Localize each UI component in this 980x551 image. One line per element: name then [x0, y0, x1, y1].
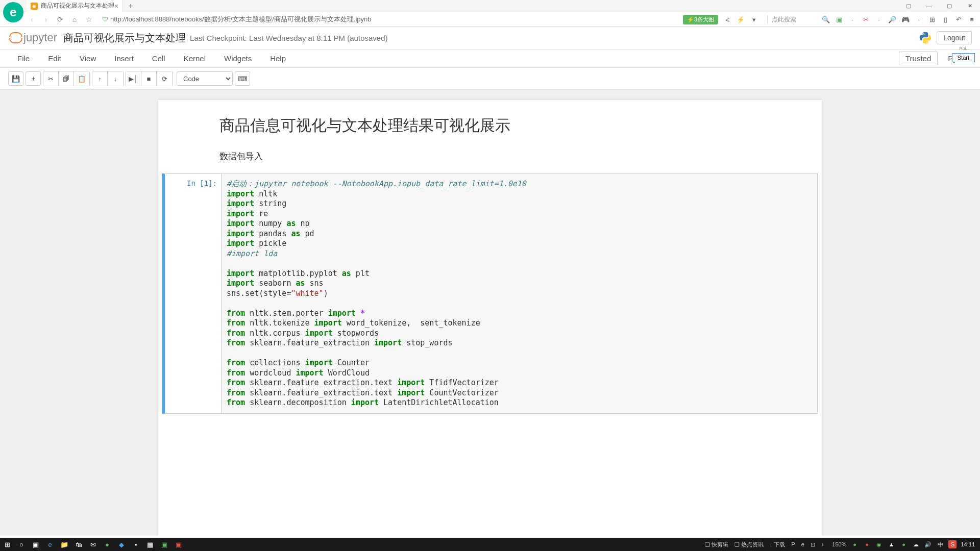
- tab-bar: ◉ 商品可视化展示与文本处理 × + ▢ — ▢ ✕: [0, 0, 980, 12]
- logout-button[interactable]: Logout: [937, 31, 972, 44]
- share-icon[interactable]: ⪪: [723, 15, 731, 23]
- home-button[interactable]: ⌂: [69, 14, 80, 24]
- favorite-button[interactable]: ☆: [84, 14, 94, 24]
- checkpoint-text: Last Checkpoint: Last Wednesday at 8:11 …: [190, 34, 387, 42]
- mobile-icon[interactable]: ▯: [941, 15, 949, 23]
- undo-icon[interactable]: ↶: [954, 15, 963, 23]
- refresh-button[interactable]: ⟳: [55, 14, 65, 24]
- notebook-heading: 商品信息可视化与文本处理结果可视化展示: [219, 115, 761, 136]
- bolt-icon[interactable]: ⚡: [737, 15, 745, 23]
- menu-icon[interactable]: ≡: [968, 15, 976, 23]
- notebook-title[interactable]: 商品可视化展示与文本处理: [63, 31, 186, 45]
- trusted-badge[interactable]: Trusted: [899, 52, 938, 65]
- divider-icon: ·: [848, 15, 856, 23]
- divider-icon: ·: [915, 15, 923, 23]
- browser-logo-icon: e: [3, 2, 23, 22]
- start-overlay-button[interactable]: Start: [952, 53, 975, 62]
- translate-icon[interactable]: ▣: [835, 15, 843, 23]
- url-text: http://localhost:8888/notebooks/数据分析/文本主…: [110, 15, 372, 24]
- divider-icon: ·: [875, 15, 883, 23]
- cut-button[interactable]: ✂: [43, 71, 59, 86]
- menu-view[interactable]: View: [70, 50, 105, 67]
- maximize-button[interactable]: ▢: [939, 0, 960, 12]
- add-cell-button[interactable]: ＋: [26, 71, 41, 86]
- scissors-icon[interactable]: ✂: [862, 15, 870, 23]
- close-window-button[interactable]: ✕: [960, 0, 980, 12]
- paste-button[interactable]: 📋: [74, 71, 89, 86]
- back-button[interactable]: ‹: [27, 14, 37, 24]
- notebook-subtext: 数据包导入: [219, 151, 761, 162]
- browser-tab[interactable]: ◉ 商品可视化展示与文本处理 ×: [27, 0, 123, 12]
- menu-help[interactable]: Help: [261, 50, 295, 67]
- address-bar: ‹ › ⟳ ⌂ ☆ 🛡 http://localhost:8888/notebo…: [0, 12, 980, 27]
- menu-widgets[interactable]: Widgets: [215, 50, 261, 67]
- save-button[interactable]: 💾: [8, 71, 23, 86]
- code-cell[interactable]: In [1]: #启动：jupyter notebook --NotebookA…: [162, 173, 818, 414]
- notebook-container: 商品信息可视化与文本处理结果可视化展示 数据包导入 In [1]: #启动：ju…: [158, 100, 822, 536]
- notebook-area[interactable]: 商品信息可视化与文本处理结果可视化展示 数据包导入 In [1]: #启动：ju…: [0, 90, 980, 536]
- move-up-button[interactable]: ↑: [92, 71, 108, 86]
- shield-icon: 🛡: [102, 16, 108, 23]
- run-button[interactable]: ▶│: [126, 71, 141, 86]
- markdown-cell[interactable]: 商品信息可视化与文本处理结果可视化展示 数据包导入: [158, 100, 822, 167]
- grid-icon[interactable]: ⊞: [928, 15, 936, 23]
- url-input[interactable]: 🛡 http://localhost:8888/notebooks/数据分析/文…: [98, 15, 679, 24]
- jupyter-header: jupyter 商品可视化展示与文本处理 Last Checkpoint: La…: [0, 27, 980, 49]
- menu-file[interactable]: File: [8, 50, 39, 67]
- window-menu-icon[interactable]: ▢: [898, 0, 919, 12]
- addr-extensions: ⚡3条大图 ⪪ ⚡ ▾ 点此搜索 🔍 ▣ · ✂ · 🔎 🎮 · ⊞ ▯ ↶ ≡: [683, 15, 976, 24]
- window-controls: ▢ — ▢ ✕: [898, 0, 980, 12]
- tab-title: 商品可视化展示与文本处理: [41, 2, 114, 10]
- search-icon[interactable]: 🔍: [822, 15, 830, 23]
- close-tab-icon[interactable]: ×: [114, 2, 118, 10]
- minimize-button[interactable]: —: [919, 0, 939, 12]
- python-logo-icon: [918, 31, 933, 45]
- command-palette-button[interactable]: ⌨: [235, 71, 250, 86]
- toolbar: 💾 ＋ ✂ 🗐 📋 ↑ ↓ ▶│ ■ ⟳ Code ⌨: [0, 68, 980, 90]
- copy-button[interactable]: 🗐: [59, 71, 74, 86]
- gamepad-icon[interactable]: 🎮: [901, 15, 910, 23]
- menu-insert[interactable]: Insert: [105, 50, 143, 67]
- jupyter-logo-icon: [8, 31, 21, 44]
- jupyter-favicon-icon: ◉: [31, 3, 38, 10]
- ext-badge[interactable]: ⚡3条大图: [683, 15, 718, 24]
- menu-cell[interactable]: Cell: [143, 50, 175, 67]
- move-down-button[interactable]: ↓: [108, 71, 123, 86]
- jupyter-logo[interactable]: jupyter: [8, 31, 57, 44]
- stop-button[interactable]: ■: [141, 71, 157, 86]
- chevron-down-icon[interactable]: ▾: [750, 15, 758, 23]
- new-tab-button[interactable]: +: [123, 2, 138, 11]
- cell-prompt: In [1]:: [165, 174, 221, 413]
- browser-chrome: e ◉ 商品可视化展示与文本处理 × + ▢ — ▢ ✕ ‹ › ⟳ ⌂ ☆ 🛡…: [0, 0, 980, 27]
- menu-kernel[interactable]: Kernel: [175, 50, 215, 67]
- code-input[interactable]: #启动：jupyter notebook --NotebookApp.iopub…: [221, 174, 817, 413]
- cell-type-select[interactable]: Code: [177, 71, 233, 86]
- restart-button[interactable]: ⟳: [157, 71, 172, 86]
- menu-edit[interactable]: Edit: [39, 50, 70, 67]
- forward-button[interactable]: ›: [41, 14, 51, 24]
- zoom-icon[interactable]: 🔎: [888, 15, 896, 23]
- search-hint[interactable]: 点此搜索: [767, 15, 817, 24]
- jupyter-logo-text: jupyter: [23, 31, 57, 44]
- poi-label: Poi...: [959, 46, 970, 51]
- menu-bar: File Edit View Insert Cell Kernel Widget…: [0, 49, 980, 68]
